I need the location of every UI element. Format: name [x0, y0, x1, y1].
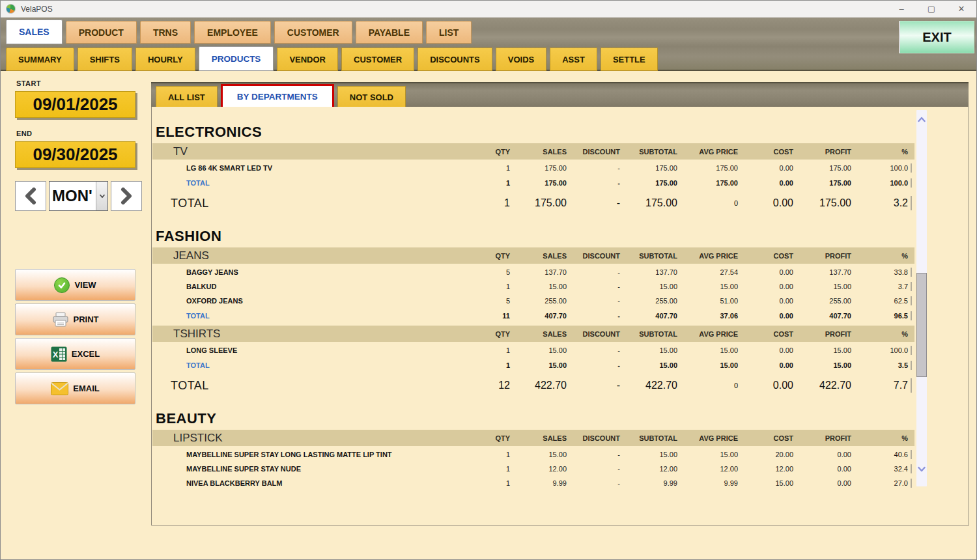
sales-value: 15.00 — [510, 361, 567, 369]
start-date-button[interactable]: 09/01/2025 — [15, 91, 135, 118]
category-header-row: LIPSTICK QTY SALES DISCOUNT SUBTOTAL AVG… — [152, 430, 914, 446]
discount-value: - — [567, 312, 620, 320]
qty-value: 1 — [451, 361, 510, 369]
category-total-row: TOTAL 1 15.00 - 15.00 15.00 0.00 15.00 3… — [152, 357, 914, 373]
profit-value: 15.00 — [793, 346, 851, 354]
sales-value: 12.00 — [510, 465, 567, 473]
col-qty: QTY — [451, 252, 510, 260]
discount-value: - — [567, 297, 620, 305]
category-header-row: TSHIRTS QTY SALES DISCOUNT SUBTOTAL AVG … — [152, 326, 914, 342]
tab-discounts[interactable]: DISCOUNTS — [418, 48, 492, 71]
tab-summary[interactable]: SUMMARY — [6, 48, 74, 71]
subtotal-value: 175.00 — [620, 197, 677, 209]
product-name: MAYBELLINE SUPER STAY LONG LASTING MATTE… — [152, 451, 451, 458]
cost-value: 12.00 — [738, 465, 793, 473]
col-cost: COST — [738, 434, 793, 442]
vertical-scrollbar[interactable] — [916, 110, 927, 486]
tab-by-departments[interactable]: BY DEPARTMENTS — [221, 84, 334, 109]
tab-customer[interactable]: CUSTOMER — [274, 21, 352, 44]
col-discount: DISCOUNT — [567, 252, 620, 260]
qty-value: 1 — [451, 479, 510, 487]
profit-value: 15.00 — [793, 283, 851, 290]
scroll-down-icon[interactable] — [918, 466, 926, 472]
col-percent: % — [851, 252, 908, 260]
tab-employee[interactable]: EMPLOYEE — [194, 21, 271, 44]
scrollbar-thumb[interactable] — [916, 273, 927, 377]
subtotal-value: 422.70 — [620, 380, 677, 391]
percent-tick — [911, 361, 912, 370]
tab-vendor[interactable]: VENDOR — [277, 48, 338, 71]
col-profit: PROFIT — [793, 148, 851, 156]
percent-value: 32.4 — [851, 465, 908, 473]
tab-settle[interactable]: SETTLE — [601, 48, 658, 71]
print-button-label: PRINT — [74, 315, 99, 324]
end-date-button[interactable]: 09/30/2025 — [15, 141, 135, 168]
discount-value: - — [567, 197, 620, 209]
percent-value: 100.0 — [851, 179, 908, 187]
excel-button-label: EXCEL — [72, 349, 100, 359]
period-dropdown-button[interactable] — [96, 182, 107, 210]
prev-period-button[interactable] — [15, 181, 46, 211]
subtotal-value: 255.00 — [620, 297, 677, 305]
product-name: MAYBELLINE SUPER STAY NUDE — [152, 465, 451, 473]
tab-customer-2[interactable]: CUSTOMER — [341, 48, 414, 71]
period-select[interactable]: MON' — [49, 181, 108, 211]
avg-price-value: 0 — [677, 382, 738, 389]
close-button[interactable]: ✕ — [946, 1, 976, 18]
email-button-label: EMAIL — [73, 384, 99, 393]
maximize-button[interactable]: ▢ — [916, 1, 946, 18]
tab-product[interactable]: PRODUCT — [66, 21, 137, 44]
department-name: BEAUTY — [152, 410, 914, 427]
percent-tick — [911, 346, 912, 355]
departments-report: ELECTRONICS TV QTY SALES DISCOUNT SUBTOT… — [152, 124, 914, 505]
cost-value: 0.00 — [738, 297, 793, 305]
qty-value: 1 — [451, 179, 510, 187]
view-button[interactable]: VIEW — [15, 269, 135, 301]
category-name: TV — [152, 145, 451, 158]
tab-payable[interactable]: PAYABLE — [356, 21, 423, 44]
next-period-button[interactable] — [111, 181, 142, 211]
minimize-button[interactable]: – — [886, 1, 916, 18]
sidebar: START 09/01/2025 END 09/30/2025 MON' USE… — [1, 71, 151, 560]
excel-button[interactable]: X EXCEL — [15, 338, 135, 370]
period-nav: MON' — [15, 181, 142, 211]
email-button[interactable]: EMAIL — [15, 372, 135, 404]
sales-value: 422.70 — [510, 380, 567, 391]
sales-value: 15.00 — [510, 283, 567, 290]
exit-button[interactable]: EXIT — [899, 21, 974, 53]
product-row: MAYBELLINE SUPER STAY LONG LASTING MATTE… — [152, 447, 914, 462]
sales-value: 15.00 — [510, 346, 567, 354]
subtotal-value: 15.00 — [620, 451, 677, 458]
subtotal-value: 15.00 — [620, 361, 677, 369]
profit-value: 422.70 — [793, 380, 851, 391]
col-subtotal: SUBTOTAL — [620, 148, 677, 156]
sales-value: 407.70 — [510, 312, 567, 320]
product-row: BAGGY JEANS 5 137.70 - 137.70 27.54 0.00… — [152, 265, 914, 279]
tab-not-sold[interactable]: NOT SOLD — [337, 86, 406, 108]
subtotal-value: 175.00 — [620, 164, 677, 172]
percent-tick — [911, 378, 912, 393]
check-circle-icon — [54, 277, 70, 293]
tab-all-list[interactable]: ALL LIST — [156, 86, 218, 108]
percent-value: 27.0 — [851, 479, 908, 487]
tab-shifts[interactable]: SHIFTS — [78, 48, 132, 71]
tab-list[interactable]: LIST — [426, 21, 472, 44]
tab-voids[interactable]: VOIDS — [496, 48, 546, 71]
scroll-up-icon[interactable] — [918, 117, 926, 122]
tab-sales[interactable]: SALES — [6, 20, 63, 44]
cost-value: 0.00 — [738, 179, 793, 187]
avg-price-value: 15.00 — [677, 361, 738, 369]
department-section: FASHION JEANS QTY SALES DISCOUNT SUBTOTA… — [152, 228, 914, 396]
col-profit: PROFIT — [793, 434, 851, 442]
tab-products[interactable]: PRODUCTS — [199, 46, 274, 71]
printer-icon — [52, 312, 69, 328]
tab-hourly[interactable]: HOURLY — [135, 48, 195, 71]
department-section: BEAUTY LIPSTICK QTY SALES DISCOUNT SUBTO… — [152, 410, 914, 490]
col-cost: COST — [738, 252, 793, 260]
tab-asst[interactable]: ASST — [550, 48, 597, 71]
qty-value: 5 — [451, 268, 510, 276]
category-total-row: TOTAL 11 407.70 - 407.70 37.06 0.00 407.… — [152, 308, 914, 324]
tab-trns[interactable]: TRNS — [140, 21, 191, 44]
chevron-down-icon — [99, 193, 106, 199]
print-button[interactable]: PRINT — [15, 303, 135, 335]
